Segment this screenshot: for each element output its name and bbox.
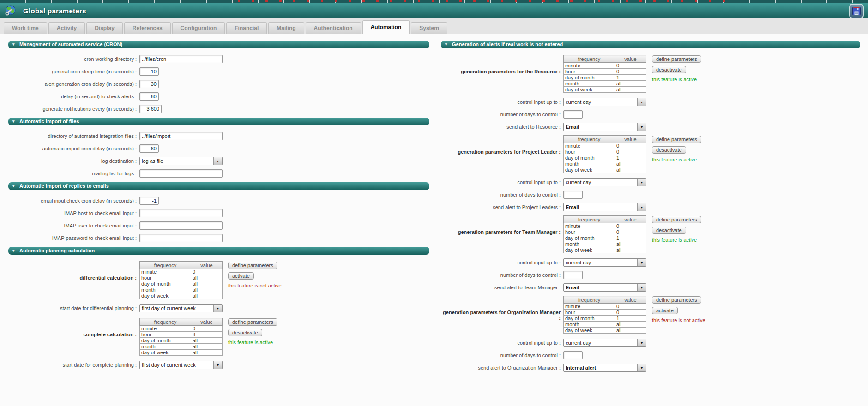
tab-references[interactable]: References — [124, 22, 171, 34]
field-label: log destination : — [8, 158, 139, 164]
tab-system[interactable]: System — [411, 22, 447, 34]
tab-automation[interactable]: Automation — [362, 20, 410, 34]
section-header-import-files[interactable]: ▾ Automatic import of files — [8, 118, 429, 125]
imap-host-input[interactable] — [139, 209, 223, 217]
freq-row: hour0 — [564, 229, 646, 235]
diff-start-date-select[interactable]: first day of current week ▼ — [139, 304, 223, 312]
freq-header: frequency — [140, 262, 191, 269]
diff-activate-button[interactable]: activate — [228, 272, 254, 280]
field-row: send alert to Project Leaders : Email ▼ — [441, 203, 860, 211]
field-row: control input up to : current day ▼ — [441, 98, 860, 106]
import-cron-delay-input[interactable] — [139, 144, 159, 153]
save-button[interactable] — [849, 4, 864, 18]
tab-display[interactable]: Display — [86, 22, 123, 34]
freq-cell: day of month — [140, 281, 191, 287]
button-column: define parameters desactivate this featu… — [652, 215, 701, 253]
org-manager-activate-button[interactable]: activate — [652, 307, 678, 314]
resource-send-alert-select[interactable]: Email ▼ — [563, 123, 646, 131]
cron-working-directory-input[interactable] — [139, 55, 223, 63]
project-leader-days-input[interactable] — [563, 191, 583, 199]
freq-row: day of weekall — [140, 350, 223, 356]
project-leader-control-select[interactable]: current day ▼ — [563, 178, 646, 186]
field-row: mailing list for logs : — [8, 169, 429, 178]
team-manager-desactivate-button[interactable]: desactivate — [652, 227, 686, 234]
project-leader-define-parameters-button[interactable]: define parameters — [652, 136, 701, 143]
team-manager-status-text: this feature is active — [652, 237, 701, 243]
freq-row: day of weekall — [564, 247, 646, 253]
diff-define-parameters-button[interactable]: define parameters — [228, 262, 277, 269]
freq-cell: day of week — [564, 247, 615, 253]
imap-user-input[interactable] — [139, 221, 223, 230]
freq-cell: 0 — [615, 63, 646, 69]
team-manager-days-input[interactable] — [563, 271, 583, 279]
imap-password-input[interactable] — [139, 234, 223, 242]
project-leader-alert-block: generation parameters for Project Leader… — [441, 135, 860, 211]
integration-files-directory-input[interactable] — [139, 132, 223, 140]
project-leader-send-alert-select[interactable]: Email ▼ — [563, 203, 646, 211]
project-leader-desactivate-button[interactable]: desactivate — [652, 146, 686, 154]
tab-financial[interactable]: Financial — [226, 22, 267, 34]
collapse-arrow-icon: ▾ — [445, 41, 447, 48]
freq-cell: minute — [564, 143, 615, 149]
freq-cell: 8 — [191, 332, 223, 338]
resource-control-select[interactable]: current day ▼ — [563, 98, 646, 106]
resource-days-input[interactable] — [563, 110, 583, 119]
comp-start-date-select[interactable]: first day of current week ▼ — [139, 361, 223, 369]
team-manager-control-select[interactable]: current day ▼ — [563, 258, 646, 267]
cron-sleep-time-input[interactable] — [139, 67, 159, 76]
freq-row: day of month1 — [564, 155, 646, 161]
team-manager-define-parameters-button[interactable]: define parameters — [652, 216, 701, 223]
section-header-planning[interactable]: ▾ Automatic planning calculation — [8, 247, 429, 255]
email-check-delay-input[interactable] — [139, 197, 159, 205]
field-label: IMAP user to check email input : — [8, 223, 139, 228]
notifications-interval-input[interactable] — [139, 105, 162, 113]
freq-cell: hour — [564, 69, 615, 75]
section-header-email-replies[interactable]: ▾ Automatic import of replies to emails — [8, 182, 429, 190]
org-manager-define-parameters-button[interactable]: define parameters — [652, 296, 701, 304]
org-manager-status-text: this feature is not active — [652, 317, 705, 323]
freq-cell: hour — [564, 310, 615, 316]
field-label: generation parameters for the Resource : — [441, 55, 563, 93]
freq-row: day of month1 — [564, 75, 646, 81]
chevron-down-icon: ▼ — [637, 339, 646, 346]
project-leader-params-row: generation parameters for Project Leader… — [441, 135, 860, 173]
comp-define-parameters-button[interactable]: define parameters — [228, 318, 277, 326]
freq-cell: month — [564, 322, 615, 328]
org-manager-days-input[interactable] — [563, 351, 583, 359]
freq-header: value — [615, 216, 646, 223]
freq-cell: month — [564, 241, 615, 247]
comp-desactivate-button[interactable]: desactivate — [228, 329, 262, 336]
field-row: IMAP user to check email input : — [8, 221, 429, 230]
button-column: define parameters desactivate this featu… — [228, 318, 277, 356]
alert-cron-delay-input[interactable] — [139, 80, 159, 88]
freq-cell: hour — [564, 149, 615, 155]
field-label: send alert to Resource : — [441, 124, 563, 130]
section-header-alerts[interactable]: ▾ Generation of alerts if real work is n… — [441, 41, 860, 48]
field-row: alert generation cron delay (in seconds)… — [8, 80, 429, 88]
log-destination-select[interactable]: log as file ▼ — [139, 157, 223, 165]
org-manager-control-select[interactable]: current day ▼ — [563, 339, 646, 347]
button-column: define parameters activate this feature … — [228, 261, 282, 299]
complete-freq-table: frequency value minute0hour8day of month… — [139, 318, 223, 356]
field-label: IMAP password to check email input : — [8, 235, 139, 241]
tab-work-time[interactable]: Work time — [4, 22, 47, 34]
button-column: define parameters desactivate this featu… — [652, 55, 701, 93]
tab-configuration[interactable]: Configuration — [172, 22, 225, 34]
org-manager-send-alert-select[interactable]: Internal alert ▼ — [563, 364, 646, 372]
mailing-list-logs-input[interactable] — [139, 169, 223, 178]
field-label: start date for complete planning : — [8, 362, 139, 368]
section-planning: ▾ Automatic planning calculation differe… — [8, 247, 429, 369]
field-label: cron working directory : — [8, 56, 139, 62]
resource-desactivate-button[interactable]: desactivate — [652, 66, 686, 73]
tab-authentication[interactable]: Authentication — [306, 22, 361, 34]
check-alerts-delay-input[interactable] — [139, 92, 159, 101]
resource-define-parameters-button[interactable]: define parameters — [652, 55, 701, 63]
section-header-cron[interactable]: ▾ Management of automated service (CRON) — [8, 41, 429, 48]
tab-activity[interactable]: Activity — [48, 22, 85, 34]
project-leader-freq-table: frequency value minute0hour0day of month… — [563, 135, 646, 173]
tab-mailing[interactable]: Mailing — [268, 22, 304, 34]
right-column: ▾ Generation of alerts if real work is n… — [441, 41, 860, 376]
chevron-down-icon: ▼ — [637, 179, 646, 186]
team-manager-send-alert-select[interactable]: Email ▼ — [563, 283, 646, 292]
field-row: control input up to : current day ▼ — [441, 339, 860, 347]
